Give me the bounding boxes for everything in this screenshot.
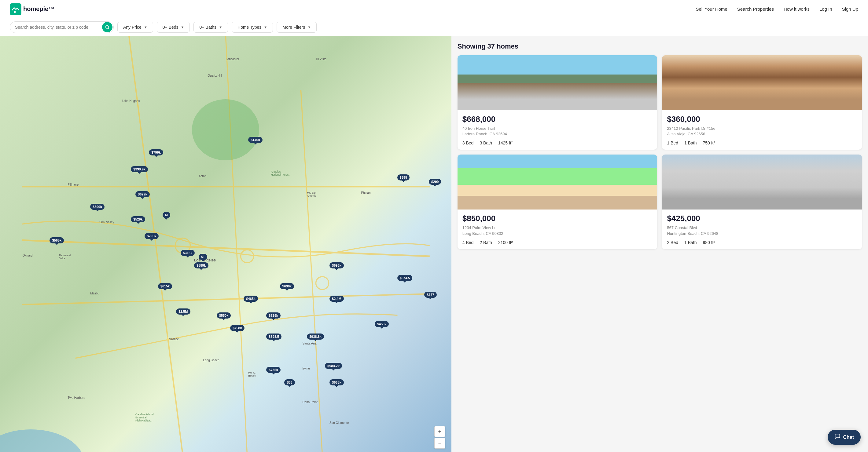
forest-area: [192, 99, 259, 160]
price-marker[interactable]: $690k: [280, 283, 294, 289]
price-marker[interactable]: $599k: [90, 204, 104, 210]
price-marker[interactable]: M: [163, 212, 170, 218]
listing-info: $425,000 567 Coastal Blvd Huntington Bea…: [662, 209, 862, 249]
listing-price: $668,000: [462, 115, 653, 124]
listing-address: 40 Iron Horse Trail Ladera Ranch, CA 926…: [462, 126, 653, 137]
chevron-down-icon: ▼: [219, 25, 222, 29]
bath-count: 1 Bath: [684, 140, 696, 146]
map-label-catalina: Catalina IslandEssentialFish Habitat...: [135, 413, 154, 422]
search-button[interactable]: [102, 22, 113, 32]
map-section[interactable]: Lancaster Quartz Hill Hi Vista Lake Hugh…: [0, 36, 452, 452]
map-label-san-clemente: San Clemente: [330, 421, 349, 424]
listing-card[interactable]: $425,000 567 Coastal Blvd Huntington Bea…: [662, 155, 862, 249]
price-marker[interactable]: $668k: [330, 379, 344, 385]
price-marker[interactable]: $898.5: [266, 333, 281, 340]
home-types-filter[interactable]: Home Types ▼: [232, 22, 273, 33]
price-marker[interactable]: $315k: [181, 250, 195, 256]
price-marker[interactable]: $145k: [248, 137, 262, 143]
listing-details: 2 Bed 1 Bath 980 ft²: [667, 240, 857, 245]
chat-button[interactable]: Chat: [828, 430, 861, 445]
price-marker[interactable]: $399.9k: [131, 166, 148, 172]
sqft: 750 ft²: [703, 140, 715, 146]
listing-details: 4 Bed 2 Bath 2100 ft²: [462, 240, 653, 245]
logo[interactable]: homepie™: [10, 3, 54, 15]
listings-count: Showing 37 homes: [458, 42, 862, 51]
listing-address: 23412 Pacific Park Dr #15e Aliso Viejo, …: [667, 126, 857, 137]
price-marker[interactable]: $2.4M: [330, 296, 344, 302]
nav-how[interactable]: How it works: [784, 6, 810, 11]
map-background: Lancaster Quartz Hill Hi Vista Lake Hugh…: [0, 36, 452, 452]
main-layout: Lancaster Quartz Hill Hi Vista Lake Hugh…: [0, 36, 868, 452]
price-marker[interactable]: $1: [199, 254, 207, 260]
listings-section: Showing 37 homes $668,000 40 Iron Horse …: [452, 36, 868, 452]
price-marker[interactable]: $735k: [266, 367, 281, 373]
price-marker[interactable]: $629k: [135, 191, 150, 197]
beds-filter[interactable]: 0+ Beds ▼: [157, 22, 190, 33]
price-marker[interactable]: $799k: [149, 149, 163, 156]
listing-card[interactable]: $360,000 23412 Pacific Park Dr #15e Alis…: [662, 55, 862, 150]
sqft: 2100 ft²: [498, 240, 513, 245]
listing-image: [458, 155, 657, 209]
svg-line-5: [22, 240, 430, 256]
price-marker[interactable]: $565k: [50, 237, 64, 244]
price-marker[interactable]: $758k: [230, 325, 245, 331]
listing-price: $425,000: [667, 214, 857, 223]
map-label-santa-ana: Santa Ana: [302, 342, 316, 345]
map-label-malibu: Malibu: [90, 292, 99, 295]
price-marker[interactable]: $529k: [131, 216, 145, 222]
price-marker[interactable]: $729k: [266, 313, 281, 319]
listing-info: $850,000 1234 Palm View Ln Long Beach, C…: [458, 209, 657, 249]
map-label-simi-valley: Simi Valley: [99, 221, 114, 224]
listing-price: $850,000: [462, 214, 653, 223]
map-label-thousand-oaks: ThousandOaks: [59, 254, 71, 260]
price-marker[interactable]: $299: [429, 179, 441, 185]
price-marker[interactable]: $696k: [330, 262, 344, 268]
price-marker[interactable]: $2.5M: [176, 309, 190, 315]
price-marker[interactable]: $795k: [145, 233, 159, 239]
nav: Sell Your Home Search Properties How it …: [695, 6, 858, 11]
nav-sell[interactable]: Sell Your Home: [695, 6, 727, 11]
map-label-acton: Acton: [199, 174, 207, 178]
map-label-fillmore: Fillmore: [68, 183, 79, 186]
listing-card[interactable]: $668,000 40 Iron Horse Trail Ladera Ranc…: [458, 55, 657, 150]
price-marker[interactable]: $395: [397, 174, 409, 181]
nav-search[interactable]: Search Properties: [737, 6, 774, 11]
price-marker[interactable]: $550k: [217, 313, 231, 319]
map-label-oxnard: Oxnard: [23, 254, 33, 257]
logo-text: homepie™: [23, 5, 54, 12]
price-marker[interactable]: $36: [284, 379, 294, 385]
map-label-irvine: Irvine: [302, 367, 310, 370]
price-marker[interactable]: $777: [424, 292, 436, 298]
baths-filter[interactable]: 0+ Baths ▼: [193, 22, 228, 33]
price-marker[interactable]: $589k: [194, 262, 209, 268]
sqft: 980 ft²: [703, 240, 715, 245]
map-label-mt-san-antonio: Mt. SanAntonio: [307, 191, 316, 197]
listing-address: 1234 Palm View Ln Long Beach, CA 90802: [462, 225, 653, 236]
zoom-out-button[interactable]: −: [434, 438, 445, 449]
listing-card[interactable]: $850,000 1234 Palm View Ln Long Beach, C…: [458, 155, 657, 249]
map-label-torrance: Torrance: [167, 337, 179, 341]
search-input[interactable]: [10, 21, 114, 33]
price-marker[interactable]: $938.8k: [307, 333, 324, 340]
more-filters[interactable]: More Filters ▼: [277, 22, 317, 33]
price-marker[interactable]: $615k: [158, 283, 173, 289]
nav-login[interactable]: Log In: [819, 6, 832, 11]
bed-count: 4 Bed: [462, 240, 474, 245]
bath-count: 1 Bath: [684, 240, 696, 245]
price-marker[interactable]: $450k: [375, 321, 389, 327]
svg-line-9: [301, 90, 322, 452]
chevron-down-icon: ▼: [144, 25, 147, 29]
nav-signup[interactable]: Sign Up: [842, 6, 858, 11]
price-marker[interactable]: $984.2k: [325, 363, 342, 369]
zoom-in-button[interactable]: +: [434, 426, 445, 437]
map-label-lancaster: Lancaster: [225, 57, 239, 61]
bed-count: 2 Bed: [667, 240, 678, 245]
chat-icon: [834, 433, 840, 441]
svg-point-12: [316, 277, 329, 290]
map-label-dana-point: Dana Point: [302, 400, 317, 404]
bed-count: 1 Bed: [667, 140, 678, 146]
price-marker[interactable]: $465k: [244, 296, 258, 302]
listings-grid: $668,000 40 Iron Horse Trail Ladera Ranc…: [458, 55, 862, 249]
price-marker[interactable]: $574.5: [397, 275, 413, 281]
price-filter[interactable]: Any Price ▼: [117, 22, 153, 33]
